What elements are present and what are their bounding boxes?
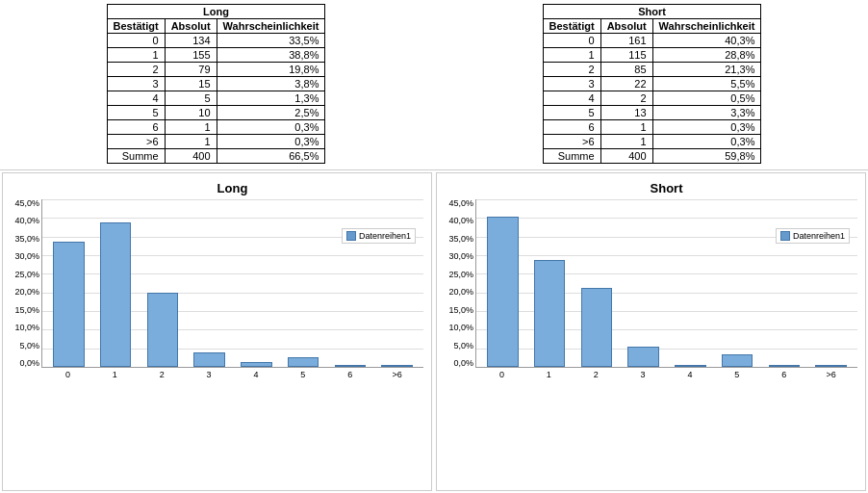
y-axis-label: 10,0%: [448, 324, 473, 332]
bar: [147, 293, 179, 367]
y-axis-label: 5,0%: [19, 342, 39, 350]
long-col-absolut: Absolut: [165, 19, 217, 34]
long-table-row: 451,3%: [107, 91, 325, 106]
short-bars-container: [476, 199, 857, 367]
x-axis-label: 0: [45, 370, 90, 379]
bar-group: [668, 199, 713, 367]
bar: [815, 365, 847, 367]
bar-group: [281, 199, 326, 367]
long-table: Long Bestätigt Absolut Wahrscheinlichkei…: [107, 4, 326, 164]
x-axis-label: 4: [234, 370, 279, 379]
short-table-row: 3225,5%: [543, 77, 761, 91]
bar-group: [808, 199, 854, 367]
short-table-row: 5133,3%: [543, 106, 761, 120]
short-table-row: Summe40059,8%: [543, 149, 761, 164]
x-axis-label: 5: [714, 370, 759, 379]
bar-group: [46, 199, 91, 367]
bar-group: [234, 199, 279, 367]
x-axis-label: 4: [668, 370, 713, 379]
y-axis-label: 0,0%: [453, 359, 473, 368]
bar: [627, 347, 659, 367]
bar-group: [762, 199, 807, 367]
bar-group: [574, 199, 620, 367]
short-table-title: Short: [543, 5, 761, 19]
x-axis-label: 3: [187, 370, 232, 379]
y-axis-label: 25,0%: [14, 271, 39, 279]
bar: [769, 365, 801, 367]
bar-group: [93, 199, 139, 367]
x-axis-label: 2: [140, 370, 185, 379]
bar-group: [328, 199, 373, 367]
short-legend: Datenreihen1: [776, 228, 850, 244]
long-legend-label: Datenreihen1: [359, 231, 411, 241]
bar-group: [187, 199, 232, 367]
charts-section: Long 45,0%40,0%35,0%30,0%25,0%20,0%15,0%…: [0, 169, 868, 493]
x-axis-label: 6: [327, 370, 372, 379]
short-table-wrapper: Short Bestätigt Absolut Wahrscheinlichke…: [438, 4, 866, 164]
x-axis-label: 5: [280, 370, 325, 379]
x-axis-label: 1: [92, 370, 138, 379]
long-table-title: Long: [107, 5, 325, 19]
short-x-axis: 0123456>6: [475, 370, 857, 379]
y-axis-label: 20,0%: [448, 288, 473, 297]
long-legend: Datenreihen1: [342, 228, 416, 244]
long-col-bestatigt: Bestätigt: [107, 19, 165, 34]
long-legend-color: [346, 231, 356, 241]
long-table-row: Summe40066,5%: [107, 149, 325, 164]
long-y-axis: 45,0%40,0%35,0%30,0%25,0%20,0%15,0%10,0%…: [5, 199, 39, 368]
long-chart-container: Long 45,0%40,0%35,0%30,0%25,0%20,0%15,0%…: [2, 172, 432, 491]
y-axis-label: 5,0%: [453, 342, 473, 350]
long-chart-inner: [41, 199, 423, 368]
long-table-row: 610,3%: [107, 120, 325, 135]
long-table-wrapper: Long Bestätigt Absolut Wahrscheinlichkei…: [2, 4, 430, 164]
short-col-absolut: Absolut: [600, 19, 652, 34]
bar-group: [140, 199, 186, 367]
short-chart-area: 45,0%40,0%35,0%30,0%25,0%20,0%15,0%10,0%…: [475, 199, 857, 368]
x-axis-label: >6: [808, 370, 854, 379]
bar: [722, 354, 753, 367]
short-y-axis: 45,0%40,0%35,0%30,0%25,0%20,0%15,0%10,0%…: [439, 199, 473, 368]
y-axis-label: 20,0%: [14, 288, 39, 297]
short-table-row: 016140,3%: [543, 34, 761, 48]
long-x-axis: 0123456>6: [41, 370, 423, 379]
short-col-wahrscheinlichkeit: Wahrscheinlichkeit: [652, 19, 761, 34]
long-table-row: 5102,5%: [107, 106, 325, 120]
short-chart-inner: [475, 199, 857, 368]
y-axis-label: 30,0%: [14, 252, 39, 261]
bar: [193, 352, 225, 367]
bar-group: [527, 199, 573, 367]
short-table-row: >610,3%: [543, 135, 761, 149]
long-table-row: >610,3%: [107, 135, 325, 149]
bar-group: [715, 199, 760, 367]
y-axis-label: 15,0%: [14, 306, 39, 315]
long-table-row: 115538,8%: [107, 48, 325, 63]
bar: [53, 242, 85, 367]
long-table-row: 3153,8%: [107, 77, 325, 91]
short-legend-color: [780, 231, 790, 241]
short-table-row: 610,3%: [543, 120, 761, 135]
short-table: Short Bestätigt Absolut Wahrscheinlichke…: [543, 4, 762, 164]
short-table-row: 28521,3%: [543, 63, 761, 77]
tables-section: Long Bestätigt Absolut Wahrscheinlichkei…: [0, 0, 868, 166]
y-axis-label: 15,0%: [448, 306, 473, 315]
bar: [675, 365, 706, 367]
main-container: Long Bestätigt Absolut Wahrscheinlichkei…: [0, 0, 868, 493]
bar-group: [374, 199, 420, 367]
bar: [241, 362, 272, 367]
long-chart-area: 45,0%40,0%35,0%30,0%25,0%20,0%15,0%10,0%…: [41, 199, 423, 368]
x-axis-label: 1: [526, 370, 572, 379]
y-axis-label: 45,0%: [448, 199, 473, 208]
long-chart-title: Long: [41, 181, 423, 195]
bar-group: [621, 199, 666, 367]
long-table-row: 013433,5%: [107, 34, 325, 48]
y-axis-label: 40,0%: [448, 217, 473, 225]
bar: [381, 365, 413, 367]
short-legend-label: Datenreihen1: [793, 231, 845, 241]
short-table-row: 420,5%: [543, 91, 761, 106]
short-chart-container: Short 45,0%40,0%35,0%30,0%25,0%20,0%15,0…: [436, 172, 866, 491]
y-axis-label: 35,0%: [14, 235, 39, 244]
x-axis-label: 2: [574, 370, 619, 379]
x-axis-label: 6: [761, 370, 806, 379]
y-axis-label: 40,0%: [14, 217, 39, 225]
short-table-row: 111528,8%: [543, 48, 761, 63]
